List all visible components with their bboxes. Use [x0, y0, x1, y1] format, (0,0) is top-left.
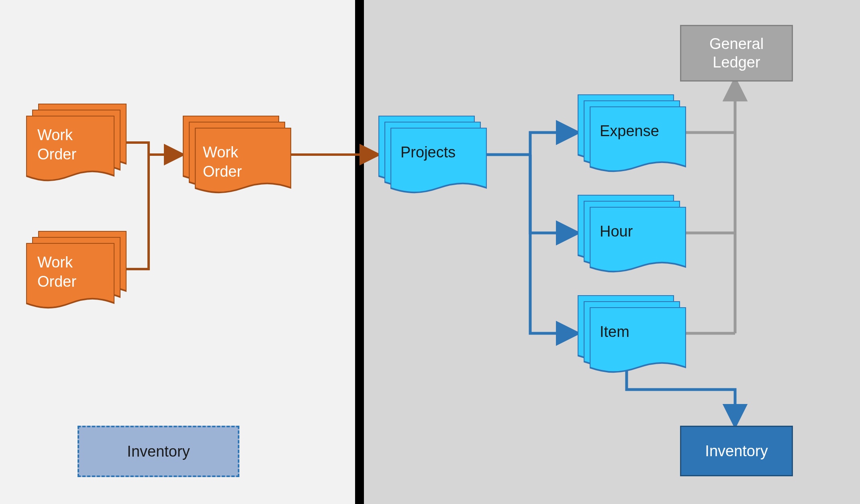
node-general-ledger: General Ledger [680, 25, 793, 82]
label-projects: Projects [400, 143, 456, 162]
label-general-ledger: General Ledger [709, 35, 764, 71]
label-work-order-1: Work Order [37, 126, 76, 164]
label-item: Item [600, 322, 629, 342]
panel-divider [355, 0, 364, 504]
label-inventory-right: Inventory [705, 443, 768, 460]
label-work-order-2: Work Order [37, 253, 76, 291]
label-hour: Hour [600, 222, 633, 241]
node-inventory-left: Inventory [78, 426, 239, 477]
label-expense: Expense [600, 122, 659, 141]
diagram-canvas: Work Order Work Order Work Order Invento… [0, 0, 860, 504]
label-work-order-main: Work Order [203, 143, 242, 181]
label-inventory-left: Inventory [127, 443, 190, 460]
node-inventory-right: Inventory [680, 426, 793, 476]
